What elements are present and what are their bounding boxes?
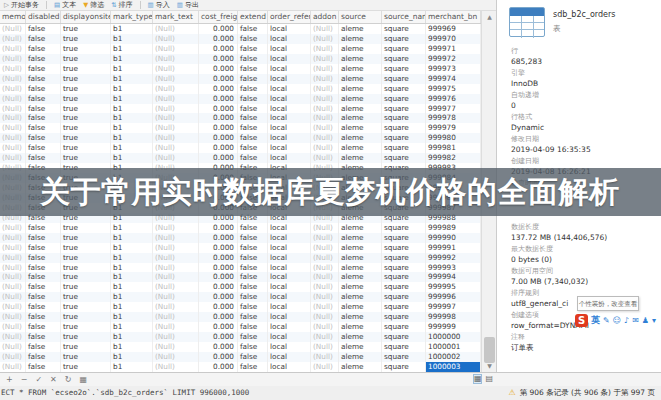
cell-order_refer[interactable]: local — [268, 332, 311, 342]
cell-source[interactable]: aleme — [339, 292, 382, 302]
cell-mark_text[interactable]: (Null) — [153, 113, 199, 123]
cell-disabled[interactable]: false — [26, 312, 61, 322]
cell-mark_text[interactable]: (Null) — [153, 322, 199, 332]
cell-merchant_bn[interactable]: 999977 — [426, 104, 481, 114]
cell-extend[interactable]: false — [238, 64, 268, 74]
cell-source_name[interactable]: square — [382, 253, 426, 263]
cell-mark_text[interactable]: (Null) — [153, 64, 199, 74]
cell-merchant_bn[interactable]: 1000001 — [426, 342, 481, 352]
cell-cost_freight[interactable]: 0.000 — [199, 54, 238, 64]
cell-extend[interactable]: false — [238, 113, 268, 123]
cell-merchant_bn[interactable]: 999972 — [426, 54, 481, 64]
cell-mark_text[interactable]: (Null) — [153, 282, 199, 292]
table-row[interactable]: (Null)falsetrueb1(Null)0.000falselocal(N… — [0, 84, 481, 94]
cell-mark_text[interactable]: (Null) — [153, 292, 199, 302]
cell-displayonsite[interactable]: true — [61, 64, 111, 74]
column-header-addon[interactable]: addon — [311, 11, 339, 23]
cell-memo[interactable]: (Null) — [0, 223, 26, 233]
cell-merchant_bn[interactable]: 999976 — [426, 94, 481, 104]
cell-merchant_bn[interactable]: 999978 — [426, 113, 481, 123]
cell-cost_freight[interactable]: 0.000 — [199, 352, 238, 362]
cell-mark_text[interactable]: (Null) — [153, 34, 199, 44]
cell-merchant_bn[interactable]: 999980 — [426, 133, 481, 143]
cell-order_refer[interactable]: local — [268, 272, 311, 282]
cell-source_name[interactable]: square — [382, 34, 426, 44]
cell-displayonsite[interactable]: true — [61, 223, 111, 233]
table-row[interactable]: (Null)falsetrueb1(Null)0.000falselocal(N… — [0, 133, 481, 143]
cell-addon[interactable]: (Null) — [311, 243, 339, 253]
cell-order_refer[interactable]: local — [268, 243, 311, 253]
cell-order_refer[interactable]: local — [268, 302, 311, 312]
cell-mark_type[interactable]: b1 — [111, 243, 153, 253]
column-header-source_name[interactable]: source_name — [382, 11, 426, 23]
cell-source_name[interactable]: square — [382, 64, 426, 74]
cell-mark_type[interactable]: b1 — [111, 342, 153, 352]
cell-source_name[interactable]: square — [382, 352, 426, 362]
cell-mark_type[interactable]: b1 — [111, 312, 153, 322]
toolbar-button-import[interactable]: ▥导入 — [148, 0, 170, 10]
cell-addon[interactable]: (Null) — [311, 133, 339, 143]
cell-addon[interactable]: (Null) — [311, 104, 339, 114]
cell-mark_text[interactable]: (Null) — [153, 332, 199, 342]
ime-mode-toggle[interactable]: 英 — [591, 314, 600, 327]
cell-source[interactable]: aleme — [339, 282, 382, 292]
cell-source[interactable]: aleme — [339, 253, 382, 263]
cell-source_name[interactable]: square — [382, 123, 426, 133]
cell-addon[interactable]: (Null) — [311, 84, 339, 94]
toolbar-button-filter[interactable]: ▼筛选 — [83, 0, 104, 10]
cell-source[interactable]: aleme — [339, 44, 382, 54]
table-row[interactable]: (Null)falsetrueb1(Null)0.000falselocal(N… — [0, 94, 481, 104]
cell-source[interactable]: aleme — [339, 233, 382, 243]
cell-order_refer[interactable]: local — [268, 292, 311, 302]
toolbar-button-sort[interactable]: ⇅排序 — [111, 0, 132, 10]
cell-extend[interactable]: false — [238, 24, 268, 34]
cell-cost_freight[interactable]: 0.000 — [199, 292, 238, 302]
cell-mark_type[interactable]: b1 — [111, 64, 153, 74]
cell-addon[interactable]: (Null) — [311, 302, 339, 312]
cell-addon[interactable]: (Null) — [311, 64, 339, 74]
cell-addon[interactable]: (Null) — [311, 342, 339, 352]
table-row[interactable]: (Null)falsetrueb1(Null)0.000falselocal(N… — [0, 74, 481, 84]
cell-extend[interactable]: false — [238, 74, 268, 84]
handwriting-icon[interactable]: ✎ — [603, 317, 610, 325]
cell-memo[interactable]: (Null) — [0, 153, 26, 163]
cell-order_refer[interactable]: local — [268, 362, 311, 372]
cell-addon[interactable]: (Null) — [311, 292, 339, 302]
cell-order_refer[interactable]: local — [268, 94, 311, 104]
cell-mark_text[interactable]: (Null) — [153, 263, 199, 273]
cell-extend[interactable]: false — [238, 362, 268, 372]
cell-source_name[interactable]: square — [382, 272, 426, 282]
cell-cost_freight[interactable]: 0.000 — [199, 243, 238, 253]
column-header-order_refer[interactable]: order_refer — [268, 11, 311, 23]
cell-displayonsite[interactable]: true — [61, 352, 111, 362]
column-header-mark_text[interactable]: mark_text — [153, 11, 199, 23]
cell-source[interactable]: aleme — [339, 263, 382, 273]
cell-source[interactable]: aleme — [339, 302, 382, 312]
cell-disabled[interactable]: false — [26, 34, 61, 44]
cell-mark_type[interactable]: b1 — [111, 233, 153, 243]
cell-extend[interactable]: false — [238, 322, 268, 332]
table-row[interactable]: (Null)falsetrueb1(Null)0.000falselocal(N… — [0, 362, 481, 372]
cell-mark_type[interactable]: b1 — [111, 143, 153, 153]
cell-displayonsite[interactable]: true — [61, 133, 111, 143]
cell-disabled[interactable]: false — [26, 332, 61, 342]
cell-source_name[interactable]: square — [382, 44, 426, 54]
cell-mark_text[interactable]: (Null) — [153, 352, 199, 362]
cell-disabled[interactable]: false — [26, 44, 61, 54]
cell-source[interactable]: aleme — [339, 113, 382, 123]
cell-addon[interactable]: (Null) — [311, 223, 339, 233]
cell-mark_type[interactable]: b1 — [111, 24, 153, 34]
cell-mark_text[interactable]: (Null) — [153, 44, 199, 54]
column-header-displayonsite[interactable]: displayonsite — [61, 11, 111, 23]
cell-order_refer[interactable]: local — [268, 34, 311, 44]
stop-icon[interactable]: ▦ — [80, 376, 88, 384]
cell-order_refer[interactable]: local — [268, 253, 311, 263]
cell-source_name[interactable]: square — [382, 24, 426, 34]
cell-extend[interactable]: false — [238, 352, 268, 362]
cell-merchant_bn[interactable]: 999979 — [426, 123, 481, 133]
cell-disabled[interactable]: false — [26, 113, 61, 123]
cell-disabled[interactable]: false — [26, 74, 61, 84]
column-header-mark_type[interactable]: mark_type — [111, 11, 153, 23]
cell-disabled[interactable]: false — [26, 233, 61, 243]
cell-source_name[interactable]: square — [382, 362, 426, 372]
